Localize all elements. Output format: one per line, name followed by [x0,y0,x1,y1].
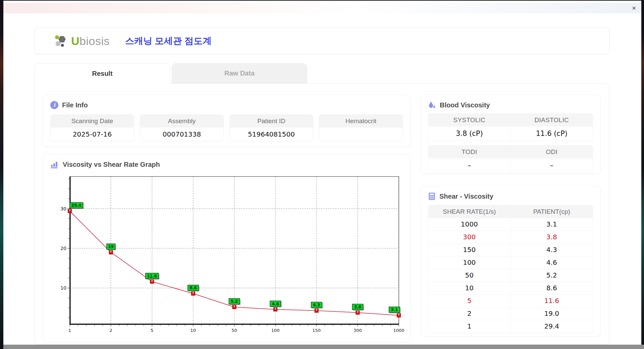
graph-card: Viscosity vs Shear Rate Graph 1020301251… [43,154,411,343]
right-column: Blood Viscosity SYSTOLIC DIASTOLIC 3.8 (… [420,95,601,342]
droplet-icon [428,101,436,109]
bottom-strip [3,345,644,349]
field-scanning-date: Scanning Date 2025-07-16 [50,114,134,141]
result-panel: i File Info Scanning Date 2025-07-16 Ass… [35,83,609,345]
svg-text:20: 20 [60,246,66,251]
svg-text:8.6: 8.6 [190,286,197,290]
bv-todi-odi-group: TODI ODI – – [428,145,593,173]
odi-value: – [511,158,593,172]
viscosity-chart: 1020301251050100150300100029.41911.68.65… [56,173,409,335]
main-content: Ubiosis 스캐닝 모세관 점도계 Result Raw Data i Fi… [3,13,641,345]
field-value [319,128,402,141]
bv-systolic-diastolic-group: SYSTOLIC DIASTOLIC 3.8 (cP) 11.6 (cP) [428,113,593,141]
patient-viscosity-cell: 4.6 [511,256,593,269]
svg-text:3.8: 3.8 [354,305,361,309]
hexagon-logo-icon [54,34,68,48]
logo-text: Ubiosis [71,35,110,48]
logo-rest: biosis [79,35,110,47]
field-hematocrit: Hematocrit [319,114,403,141]
field-value: 000701338 [140,128,223,141]
field-label: Scanning Date [51,115,134,128]
svg-text:29.4: 29.4 [71,203,82,208]
shear-rate-column-header: SHEAR RATE(1/s) [428,205,511,218]
shear-rate-cell: 2 [428,307,511,320]
table-row: 505.2 [428,269,593,282]
file-info-card: i File Info Scanning Date 2025-07-16 Ass… [43,95,411,147]
field-label: Hematocrit [319,115,402,128]
shear-rate-cell: 100 [428,256,511,269]
shear-viscosity-title-row: Shear - Viscosity [428,192,593,200]
field-label: Assembly [140,115,223,128]
svg-text:4.6: 4.6 [272,302,279,306]
diastolic-value: 11.6 (cP) [511,127,593,141]
svg-text:19: 19 [108,244,114,249]
tab-raw-data[interactable]: Raw Data [172,63,307,83]
shear-rate-cell: 10 [428,282,511,294]
patient-viscosity-cell: 8.6 [511,282,593,294]
todi-label: TODI [428,146,511,158]
table-row: 129.4 [428,320,593,333]
svg-text:10: 10 [60,285,66,291]
svg-text:2: 2 [109,328,112,333]
left-column: i File Info Scanning Date 2025-07-16 Ass… [43,95,411,342]
diastolic-label: DIASTOLIC [511,114,593,127]
patient-viscosity-cell: 5.2 [511,269,593,282]
close-icon[interactable]: × [632,4,636,12]
svg-text:3.1: 3.1 [391,307,398,312]
table-row: 511.6 [428,294,593,307]
svg-text:10: 10 [191,328,196,333]
header-card: Ubiosis 스캐닝 모세관 점도계 [35,28,609,54]
svg-text:150: 150 [312,328,321,333]
svg-text:5.2: 5.2 [231,299,238,304]
info-icon: i [50,101,58,109]
bv-header-row: TODI ODI [428,146,593,158]
svg-text:50: 50 [231,328,237,333]
chart-wrap: 1020301251050100150300100029.41911.68.65… [56,173,403,336]
table-row: 108.6 [428,282,593,294]
logo-u: U [71,35,79,47]
svg-text:4.3: 4.3 [313,303,320,307]
shear-rate-cell: 1000 [428,218,511,231]
shear-rate-cell: 1 [428,320,511,333]
bar-chart-icon [50,160,59,168]
field-patient-id: Patient ID 51964081500 [229,114,313,141]
blood-viscosity-title: Blood Viscosity [440,101,490,109]
shear-rate-cell: 150 [428,244,511,256]
table-row: 219.0 [428,307,593,320]
svg-text:100: 100 [271,328,280,333]
shear-rate-cell: 300 [428,231,511,243]
blood-viscosity-card: Blood Viscosity SYSTOLIC DIASTOLIC 3.8 (… [420,95,601,174]
patient-column-header: PATIENT(cp) [511,205,593,218]
bv-value-row: – – [428,158,593,172]
shear-rate-cell: 5 [428,295,511,307]
tab-bar: Result Raw Data [35,63,609,83]
todi-value: – [428,158,511,172]
shear-viscosity-table: SHEAR RATE(1/s) PATIENT(cp) 10003.13003.… [428,205,593,333]
patient-viscosity-cell: 29.4 [511,320,593,333]
shear-rate-cell: 50 [428,269,511,282]
file-info-grid: Scanning Date 2025-07-16 Assembly 000701… [50,114,403,141]
file-info-title-row: i File Info [50,101,403,109]
blood-viscosity-title-row: Blood Viscosity [428,101,593,109]
patient-viscosity-cell: 4.3 [511,244,593,256]
table-row: 3003.8 [428,231,593,243]
svg-text:11.6: 11.6 [147,274,157,279]
systolic-label: SYSTOLIC [428,114,511,127]
bv-header-row: SYSTOLIC DIASTOLIC [428,114,593,127]
svg-text:30: 30 [60,206,66,211]
field-label: Patient ID [230,115,313,128]
patient-viscosity-cell: 11.6 [511,295,593,307]
tab-result[interactable]: Result [35,63,170,84]
field-value: 51964081500 [230,128,313,141]
app-title: 스캐닝 모세관 점도계 [125,35,212,47]
bv-value-row: 3.8 (cP) 11.6 (cP) [428,127,593,141]
patient-viscosity-cell: 3.8 [511,231,593,243]
calculator-icon [428,192,436,200]
graph-title: Viscosity vs Shear Rate Graph [63,161,160,168]
file-info-title: File Info [62,101,88,109]
systolic-value: 3.8 (cP) [428,127,511,141]
shear-viscosity-title: Shear - Viscosity [439,193,493,200]
graph-title-row: Viscosity vs Shear Rate Graph [50,160,403,168]
shear-viscosity-card: Shear - Viscosity SHEAR RATE(1/s) PATIEN… [420,186,601,337]
shear-table-body: 10003.13003.81504.31004.6505.2108.6511.6… [428,218,593,333]
